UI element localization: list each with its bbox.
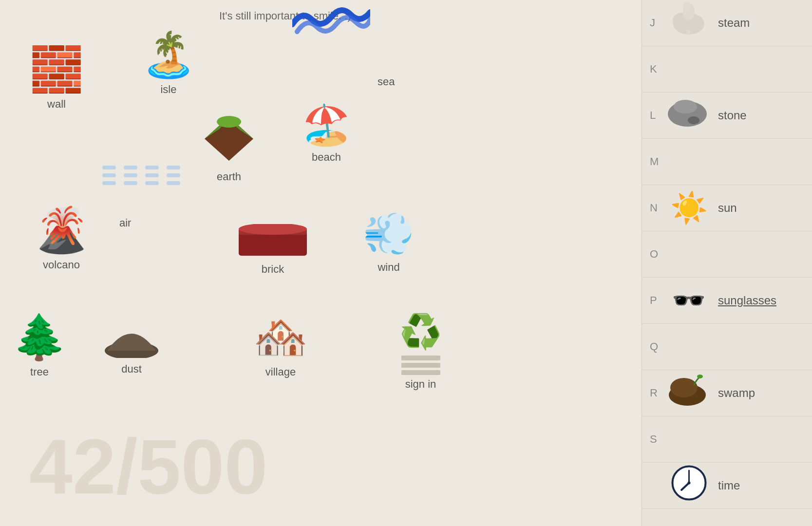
beach-item: 🏖️ beach [302,102,351,164]
earth-label: earth [217,170,241,183]
sidebar-letter-j: J [650,17,664,29]
sign-in-icon: ♻️ [399,312,442,352]
sun-icon: ☀️ [664,190,713,225]
time-icon [664,465,713,507]
sunglasses-icon: 🕶️ [664,284,713,317]
beach-label: beach [312,151,341,164]
svg-point-15 [674,100,697,113]
swamp-label: swamp [718,386,755,400]
isle-item: 🏝️ isle [141,29,196,96]
sidebar-row-p: P 🕶️ sunglasses [642,278,812,324]
sea-label: sea [378,75,395,88]
score-display: 42/500 [29,422,267,511]
sidebar-letter-r: R [650,387,664,399]
sidebar-row-m: M [642,139,812,185]
air-visual [102,166,180,189]
wind-item: 💨 wind [363,209,415,274]
tree-icon: 🌲 [12,312,67,363]
tree-label: tree [30,366,49,378]
tree-item: 🌲 tree [12,312,67,378]
brick-item: brick [239,224,307,276]
volcano-icon: 🌋 [34,205,89,256]
earth-icon [200,112,258,168]
sign-in-item: ♻️ sign in [399,312,442,391]
sign-in-label: sign in [405,378,436,391]
steam-label: steam [718,16,750,30]
steam-icon [664,2,713,44]
village-icon: 🏘️ [253,312,308,363]
sidebar-row-k: K [642,46,812,93]
isle-label: isle [160,83,176,96]
dust-label: dust [121,363,142,376]
brick-label: brick [262,263,284,276]
sunglasses-label: sunglasses [718,294,776,307]
sidebar-row-time: time [642,463,812,509]
time-label: time [718,479,740,492]
stone-label: stone [718,109,747,122]
svg-point-14 [688,116,699,124]
wall-item: 🧱 wall [29,44,84,111]
dust-icon [105,314,158,360]
sun-label: sun [718,201,737,215]
sidebar-row-j: J steam [642,0,812,46]
sidebar-letter-o: O [650,248,664,261]
sidebar: J steam K L [642,0,812,526]
svg-point-18 [697,375,703,378]
earth-item: earth [200,112,258,183]
sidebar-row-n: N ☀️ sun [642,185,812,231]
svg-rect-3 [239,231,307,256]
sidebar-row-s: S [642,416,812,463]
sidebar-row-o: O [642,231,812,278]
isle-icon: 🏝️ [141,29,196,80]
beach-icon: 🏖️ [302,102,351,148]
svg-point-17 [670,378,698,397]
brick-icon [239,224,307,260]
wave-icon [292,5,370,46]
wall-icon: 🧱 [29,44,84,95]
wind-icon: 💨 [363,209,415,258]
village-item: 🏘️ village [253,312,308,378]
sidebar-letter-s: S [650,433,664,446]
sidebar-row-r: R swamp [642,370,812,416]
sidebar-row-l: L stone [642,93,812,139]
sign-in-lines [401,356,440,375]
air-label: air [119,217,131,229]
sidebar-letter-l: L [650,109,664,122]
sidebar-letter-n: N [650,202,664,214]
village-label: village [265,366,296,378]
dust-item: dust [105,314,158,376]
volcano-item: 🌋 volcano [34,205,89,271]
swamp-icon [664,373,713,413]
sidebar-letter-m: M [650,155,664,168]
stone-icon [664,97,713,134]
wind-label: wind [378,261,399,274]
svg-point-22 [687,481,690,484]
sidebar-row-q: Q [642,324,812,370]
sidebar-letter-q: Q [650,340,664,353]
svg-point-2 [217,116,241,128]
volcano-label: volcano [43,259,80,271]
sidebar-letter-k: K [650,63,664,75]
wall-label: wall [47,98,66,111]
sidebar-letter-p: P [650,294,664,307]
